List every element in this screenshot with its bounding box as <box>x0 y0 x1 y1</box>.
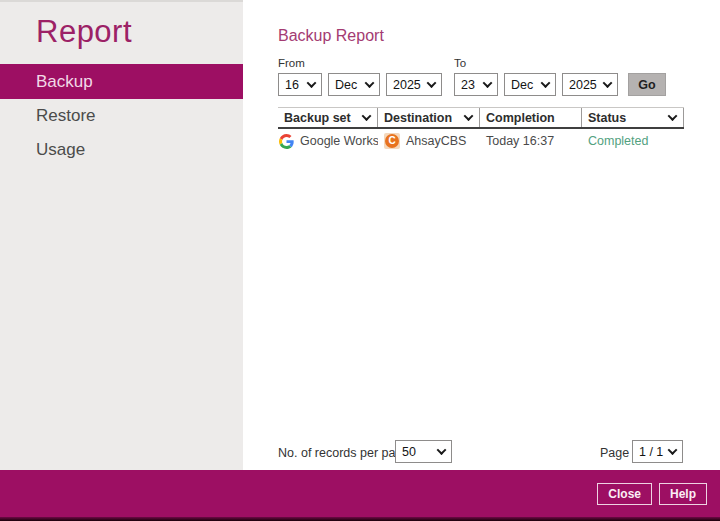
page-title: Backup Report <box>278 27 384 45</box>
to-month-select[interactable]: Dec <box>504 73 556 96</box>
destination-name: AhsayCBS <box>406 134 466 148</box>
sidebar-item-usage[interactable]: Usage <box>0 133 243 167</box>
page-value: 1 / 1 <box>639 445 663 459</box>
to-label: To <box>454 57 618 69</box>
sidebar-item-usage-label: Usage <box>36 140 85 159</box>
chevron-down-icon <box>307 78 317 88</box>
chevron-down-icon <box>365 78 375 88</box>
to-day-value: 23 <box>461 78 475 92</box>
chevron-down-icon <box>464 111 474 121</box>
records-per-page-select[interactable]: 50 <box>395 440 452 463</box>
backup-set-name: Google Works... <box>300 134 378 148</box>
to-year-value: 2025 <box>569 78 597 92</box>
sidebar-item-backup[interactable]: Backup <box>0 64 243 99</box>
from-day-select[interactable]: 16 <box>278 73 322 96</box>
from-day-value: 16 <box>285 78 299 92</box>
sidebar-menu: Backup Restore Usage <box>0 64 243 167</box>
footer-bar: Close Help <box>0 470 720 517</box>
chevron-down-icon <box>668 111 678 121</box>
backup-report-table: Backup set Destination Completion Status <box>278 107 684 153</box>
chevron-down-icon <box>362 111 372 121</box>
backup-set-cell: Google Works... <box>278 133 378 149</box>
main-content: Backup Report From 16 Dec 2025 <box>243 0 720 470</box>
google-workspace-icon <box>278 133 294 149</box>
to-year-select[interactable]: 2025 <box>562 73 618 96</box>
chevron-down-icon <box>603 78 613 88</box>
to-month-value: Dec <box>511 78 533 92</box>
window-bottom-edge <box>0 517 720 521</box>
close-button[interactable]: Close <box>597 483 652 505</box>
page-label: Page <box>600 446 629 460</box>
records-per-page-value: 50 <box>402 445 416 459</box>
chevron-down-icon <box>483 78 493 88</box>
from-group: 16 Dec 2025 <box>278 73 442 96</box>
ahsay-cbs-icon: C <box>384 133 400 149</box>
destination-cell: C AhsayCBS <box>378 133 480 149</box>
chevron-down-icon <box>427 78 437 88</box>
table-header: Backup set Destination Completion Status <box>278 107 684 129</box>
from-year-value: 2025 <box>393 78 421 92</box>
sidebar-item-restore-label: Restore <box>36 106 96 125</box>
sidebar-item-restore[interactable]: Restore <box>0 99 243 133</box>
completion-time: Today 16:37 <box>486 134 554 148</box>
column-header-completion: Completion <box>480 108 582 127</box>
from-year-select[interactable]: 2025 <box>386 73 442 96</box>
column-header-backup-set[interactable]: Backup set <box>278 108 378 127</box>
sidebar-title: Report <box>36 14 243 50</box>
completion-cell: Today 16:37 <box>480 134 582 148</box>
from-label: From <box>278 57 442 69</box>
column-header-destination[interactable]: Destination <box>378 108 480 127</box>
records-per-page-label: No. of records per page <box>278 446 409 460</box>
chevron-down-icon <box>668 445 678 455</box>
from-month-select[interactable]: Dec <box>328 73 380 96</box>
column-header-status[interactable]: Status <box>582 108 684 127</box>
from-month-value: Dec <box>335 78 357 92</box>
table-row[interactable]: Google Works... C AhsayCBS Today 16:37 C… <box>278 129 684 153</box>
page-select[interactable]: 1 / 1 <box>632 440 683 463</box>
status-badge: Completed <box>588 134 648 148</box>
sidebar: Report Backup Restore Usage <box>0 0 243 470</box>
date-filter-bar: From 16 Dec 2025 To <box>278 57 666 96</box>
to-day-select[interactable]: 23 <box>454 73 498 96</box>
help-button[interactable]: Help <box>659 483 707 505</box>
chevron-down-icon <box>541 78 551 88</box>
go-button[interactable]: Go <box>628 73 666 96</box>
sidebar-item-backup-label: Backup <box>36 72 93 91</box>
status-cell: Completed <box>582 134 684 148</box>
chevron-down-icon <box>437 445 447 455</box>
to-group: 23 Dec 2025 <box>454 73 618 96</box>
